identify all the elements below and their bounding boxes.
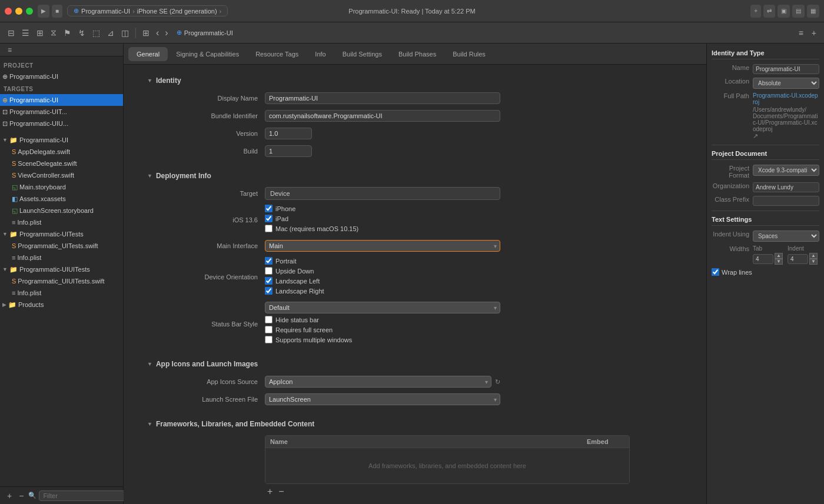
version-input[interactable] (265, 128, 312, 139)
tab-build-phases[interactable]: Build Phases (390, 47, 444, 61)
sidebar-item-target-2[interactable]: ⊡ Programmatic-UIU... (0, 118, 123, 129)
app-icons-triangle[interactable]: ▼ (147, 361, 152, 367)
sidebar-file-infoplist-2[interactable]: ≡ Info.plist (0, 252, 123, 263)
rp-tab-value-input[interactable] (753, 254, 773, 264)
launch-screen-select[interactable]: LaunchScreen (265, 393, 500, 405)
rp-fullpath-label: Full Path (712, 92, 753, 140)
build-input[interactable] (265, 145, 312, 157)
tab-general[interactable]: General (128, 47, 168, 61)
nav-forward-btn[interactable]: › (162, 26, 170, 39)
supports-multiple-windows-checkbox[interactable] (265, 336, 273, 343)
rp-tab-stepper-down[interactable]: ▼ (775, 259, 783, 265)
sidebar-file-infoplist-3[interactable]: ≡ Info.plist (0, 287, 123, 299)
layout-button-2[interactable]: ▤ (792, 5, 805, 18)
sidebar-file-infoplist-1[interactable]: ≡ Info.plist (0, 216, 123, 228)
toolbar-btn-8[interactable]: ⊿ (104, 26, 117, 39)
requires-full-screen-checkbox[interactable] (265, 326, 273, 333)
run-button[interactable]: ▶ (38, 5, 49, 18)
toolbar-btn-6[interactable]: ↯ (75, 26, 88, 39)
tab-info[interactable]: Info (307, 47, 334, 61)
rp-fullpath-icon[interactable]: ↗ (753, 132, 758, 139)
sidebar-group-uitests[interactable]: ▼ 📁 Programmatic-UITests (0, 228, 123, 240)
landscape-left-checkbox[interactable] (265, 277, 273, 285)
hide-status-checkbox[interactable] (265, 316, 273, 323)
lib-toggle[interactable]: + (809, 26, 819, 39)
sidebar-group-products[interactable]: ▶ 📁 Products (0, 299, 123, 311)
rp-indent-using-select[interactable]: Spaces (753, 231, 819, 242)
close-button[interactable] (5, 8, 12, 15)
upsidedown-checkbox[interactable] (265, 267, 273, 275)
tab-resource-tags[interactable]: Resource Tags (247, 47, 307, 61)
inspector-toggle[interactable]: ≡ (796, 26, 806, 39)
sidebar-toggle-left[interactable]: ⊟ (5, 26, 18, 39)
sidebar-file-mainstoryboard[interactable]: ◱ Main.storyboard (0, 181, 123, 193)
sidebar-file-scenedelegate[interactable]: S SceneDelegate.swift (0, 158, 123, 169)
rp-fullpath-link[interactable]: Programmatic-UI.xcodeproj (753, 92, 819, 105)
rp-organization-input[interactable] (753, 182, 819, 192)
sidebar-item-project[interactable]: ⊕ Programmatic-UI (0, 71, 123, 82)
sidebar-group-main[interactable]: ▼ 📁 Programmatic-UI (0, 134, 123, 146)
toolbar-btn-5[interactable]: ⚑ (61, 26, 74, 39)
rp-wrap-lines-row: Wrap lines (712, 268, 819, 276)
remove-file-button[interactable]: − (16, 491, 26, 500)
toolbar-btn-4[interactable]: ⧖ (48, 26, 59, 39)
rp-indent-value-input[interactable] (788, 254, 808, 264)
view-toggle[interactable]: ⊞ (139, 26, 152, 39)
rp-class-prefix-input[interactable] (753, 196, 819, 206)
rp-name-input[interactable] (753, 64, 819, 74)
maximize-button[interactable] (26, 8, 33, 15)
landscape-right-checkbox[interactable] (265, 287, 273, 295)
layout-button-1[interactable]: ▣ (778, 5, 790, 18)
identity-triangle[interactable]: ▼ (147, 78, 152, 84)
sidebar-group-uiuitests[interactable]: ▼ 📁 Programmatic-UIUITests (0, 263, 123, 275)
sidebar-file-launchscreen[interactable]: ◱ LaunchScreen.storyboard (0, 205, 123, 216)
sidebar-file-assets[interactable]: ◧ Assets.xcassets (0, 193, 123, 205)
ipad-checkbox[interactable] (265, 215, 273, 222)
add-framework-button[interactable]: + (265, 486, 275, 497)
rp-project-format-select[interactable]: Xcode 9.3-compatible (753, 165, 819, 176)
sidebar-item-target-0[interactable]: ⊕ Programmatic-UI (0, 94, 123, 106)
mac-checkbox[interactable] (265, 225, 273, 232)
sidebar-file-uitests-swift[interactable]: S Programmatic_UITests.swift (0, 240, 123, 252)
scheme-selector[interactable]: ⊕ Programmatic-UI › iPhone SE (2nd gener… (67, 5, 228, 16)
add-file-button[interactable]: + (5, 491, 14, 500)
deployment-title: Deployment Info (156, 172, 211, 180)
sidebar-item-target-1[interactable]: ⊡ Programmatic-UIT... (0, 106, 123, 118)
back-forward-button[interactable]: ⇄ (763, 5, 775, 18)
sidebar-header-btn[interactable]: ≡ (5, 44, 15, 56)
toolbar-btn-2[interactable]: ☰ (19, 26, 32, 39)
rp-location-select[interactable]: Absolute (753, 78, 819, 89)
sidebar-file-appdelegate[interactable]: S AppDelegate.swift (0, 146, 123, 158)
toolbar-btn-7[interactable]: ⬚ (89, 26, 103, 39)
sidebar-file-uiuitests-swift[interactable]: S Programmatic_UIUITests.swift (0, 275, 123, 287)
toolbar-btn-9[interactable]: ◫ (118, 26, 132, 39)
layout-button-3[interactable]: ▦ (807, 5, 819, 18)
main-interface-select[interactable]: Main (265, 240, 500, 252)
filter-input[interactable] (39, 490, 128, 501)
app-icons-source-select[interactable]: AppIcon (265, 376, 491, 388)
main-interface-row: Main Interface Main (147, 239, 683, 252)
tab-build-settings[interactable]: Build Settings (334, 47, 390, 61)
rp-tab-stepper-up[interactable]: ▲ (775, 253, 783, 259)
rp-indent-stepper-down[interactable]: ▼ (809, 259, 818, 265)
rp-indent-stepper-up[interactable]: ▲ (809, 253, 818, 259)
plist-icon-1: ≡ (12, 219, 15, 226)
stop-button[interactable]: ■ (52, 5, 62, 18)
display-name-input[interactable] (265, 92, 500, 104)
tab-signing[interactable]: Signing & Capabilities (168, 47, 247, 61)
frameworks-triangle[interactable]: ▼ (147, 421, 152, 427)
deployment-triangle[interactable]: ▼ (147, 173, 152, 179)
nav-back-btn[interactable]: ‹ (154, 26, 161, 39)
tab-build-rules[interactable]: Build Rules (444, 47, 494, 61)
add-button[interactable]: + (750, 5, 761, 18)
sidebar-file-viewcontroller[interactable]: S ViewController.swift (0, 169, 123, 181)
remove-framework-button[interactable]: − (276, 486, 286, 497)
toolbar-btn-3[interactable]: ⊞ (34, 26, 46, 39)
rp-wrap-lines-checkbox[interactable] (712, 268, 719, 276)
portrait-checkbox[interactable] (265, 257, 273, 265)
app-icons-refresh-icon[interactable]: ↻ (495, 378, 500, 386)
iphone-checkbox[interactable] (265, 205, 273, 212)
bundle-id-input[interactable] (265, 110, 500, 122)
minimize-button[interactable] (15, 8, 22, 15)
status-bar-select[interactable]: Default (265, 302, 500, 313)
